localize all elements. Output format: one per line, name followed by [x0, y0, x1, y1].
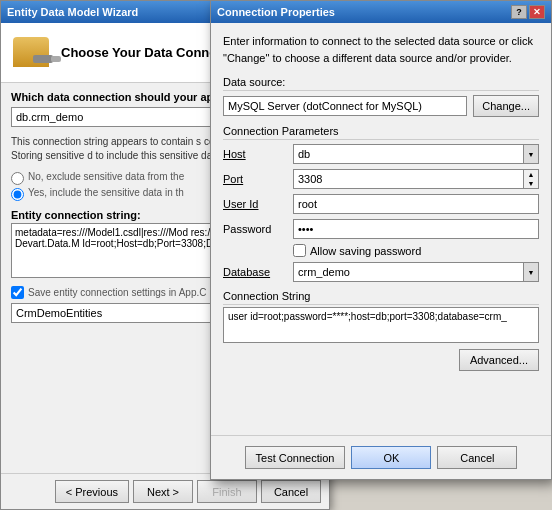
host-input[interactable]: [293, 144, 539, 164]
save-label: Save entity connection settings in App.C: [28, 287, 206, 298]
database-label: Database: [223, 266, 293, 278]
cancel-button[interactable]: Cancel: [261, 480, 321, 503]
datasource-section: Data source: MySQL Server (dotConnect fo…: [223, 76, 539, 117]
port-spinner[interactable]: ▲ ▼: [523, 169, 539, 189]
dialog-description: Enter information to connect to the sele…: [223, 33, 539, 66]
conn-string-section: Connection String user id=root;password=…: [223, 290, 539, 343]
allow-saving-row: Allow saving password: [293, 244, 539, 257]
connector-icon: [33, 55, 53, 63]
advanced-row: Advanced...: [223, 349, 539, 371]
password-row: Password: [223, 219, 539, 239]
ok-button[interactable]: OK: [351, 446, 431, 469]
password-label: Password: [223, 223, 293, 235]
port-label: Port: [223, 173, 293, 185]
dialog-help-btn[interactable]: ?: [511, 5, 527, 19]
dialog-footer: Test Connection OK Cancel: [211, 435, 551, 479]
allow-saving-checkbox[interactable]: [293, 244, 306, 257]
connection-properties-dialog: Connection Properties ? ✕ Enter informat…: [210, 0, 552, 480]
conn-params-section: Connection Parameters Host ▼ Port: [223, 125, 539, 282]
datasource-value: MySQL Server (dotConnect for MySQL): [223, 96, 467, 116]
dialog-body: Enter information to connect to the sele…: [211, 23, 551, 435]
datasource-label: Data source:: [223, 76, 539, 91]
wizard-icon: [11, 33, 51, 73]
radio-no-input[interactable]: [11, 172, 24, 185]
radio-no-label: No, exclude sensitive data from the: [28, 171, 184, 182]
password-label-text: Password: [223, 223, 271, 235]
database-label-text: Database: [223, 266, 270, 278]
advanced-button[interactable]: Advanced...: [459, 349, 539, 371]
radio-yes-label: Yes, include the sensitive data in th: [28, 187, 184, 198]
database-row: Database ▼: [223, 262, 539, 282]
database-icon: [13, 37, 49, 67]
prev-button[interactable]: < Previous: [55, 480, 129, 503]
dialog-title-icons: ? ✕: [511, 5, 545, 19]
password-input[interactable]: [293, 219, 539, 239]
dialog-title-text: Connection Properties: [217, 6, 335, 18]
conn-params-label: Connection Parameters: [223, 125, 539, 140]
radio-yes-input[interactable]: [11, 188, 24, 201]
userid-input[interactable]: [293, 194, 539, 214]
database-input[interactable]: [293, 262, 539, 282]
port-input[interactable]: [293, 169, 523, 189]
port-input-group: ▲ ▼: [293, 169, 539, 189]
save-checkbox[interactable]: [11, 286, 24, 299]
userid-label-text: User Id: [223, 198, 258, 210]
database-combo-wrap: ▼: [293, 262, 539, 282]
wizard-title-text: Entity Data Model Wizard: [7, 6, 138, 18]
host-label: Host: [223, 148, 293, 160]
change-button[interactable]: Change...: [473, 95, 539, 117]
dialog-cancel-button[interactable]: Cancel: [437, 446, 517, 469]
finish-button: Finish: [197, 480, 257, 503]
allow-saving-label: Allow saving password: [310, 245, 421, 257]
conn-string-value: user id=root;password=****;host=db;port=…: [223, 307, 539, 343]
dialog-close-btn[interactable]: ✕: [529, 5, 545, 19]
port-row: Port ▲ ▼: [223, 169, 539, 189]
port-label-text: Port: [223, 173, 243, 185]
host-combo-wrap: ▼: [293, 144, 539, 164]
test-connection-button[interactable]: Test Connection: [245, 446, 346, 469]
next-button[interactable]: Next >: [133, 480, 193, 503]
port-spin-up[interactable]: ▲: [524, 170, 538, 179]
userid-label: User Id: [223, 198, 293, 210]
userid-row: User Id: [223, 194, 539, 214]
host-row: Host ▼: [223, 144, 539, 164]
conn-string-label: Connection String: [223, 290, 539, 305]
port-spin-down[interactable]: ▼: [524, 179, 538, 188]
dialog-titlebar: Connection Properties ? ✕: [211, 1, 551, 23]
datasource-row: MySQL Server (dotConnect for MySQL) Chan…: [223, 95, 539, 117]
host-label-text: Host: [223, 148, 246, 160]
